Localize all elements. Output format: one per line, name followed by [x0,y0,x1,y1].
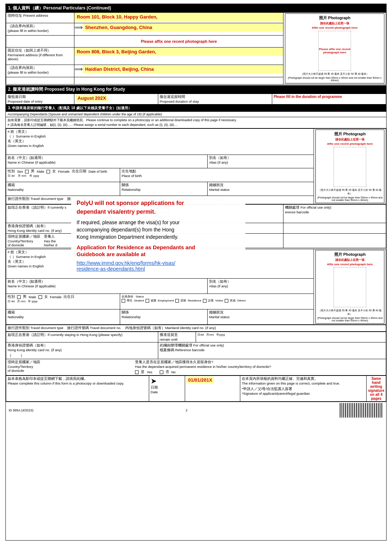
perm-address-line2: Haidian District, Beijing, China [83,65,283,73]
barcode-image [340,403,383,418]
photo-placeholder-2 [334,147,366,187]
dep1-sex-cell: 性別 Sex 男 Male 女 Female 出生日期 Date of birt… [6,168,120,182]
dep1-official-use: 機關處理 For official use only) [285,205,384,210]
perm-address-label-cell: 固定住址（如與上述不同） Permanent address (if diffe… [6,47,74,65]
proposed-duration-instruction-cell: Please fill in the duration of programme [272,94,386,104]
section2-title: 擬來港就讀時間 Proposed Stay in Hong Kong for S… [13,87,125,92]
dep2-travel-doc-cell: 旅行證件類別 Travel document type 旅行證件號碼 Trave… [6,325,386,332]
dep2-female-en: Female [50,295,62,299]
dep2-no-checkbox[interactable] [160,370,163,374]
dep1-nationality-cn: 國籍 [8,183,118,188]
proposed-duration-cn: 擬在港逗留時間 [160,95,270,99]
dep1-official-barcode-cell [283,223,386,234]
overlay-line9: residence-as-dependants.html [77,266,240,272]
dep2-marital-cn: 婚姻狀況 [209,310,312,315]
arrow-1: ⟹ [74,24,83,31]
photo-title-1: 照片 Photograph [287,15,383,21]
proposed-date-en: Proposed date of entry [8,99,73,103]
dep2-permitted-cn: 獲准逗留至 [160,333,195,337]
dep2-employment-checkbox[interactable] [146,299,149,303]
dep2-male-checkbox[interactable] [17,295,21,299]
dep1-mm: 月 mm [18,174,26,177]
dep1-surname-en: （ ）Surname in English [8,134,312,139]
dep1-currently-hk-cn: 如現正在香港（請註明）If currently s [8,205,66,209]
present-address-label-cell: 現時住址 Present address [6,13,74,23]
proposed-date-cn: 擬抵港日期 [8,95,73,99]
dep1-sex-en: Sex [17,169,23,173]
dep2-yes-checkbox[interactable] [135,370,139,374]
dep2-perm-residence-en: Has the dependant acquired permanent res… [135,365,384,369]
dep1-chinese-name-cn: 姓名（中文）(如適用） [8,156,206,160]
proposed-duration-label-cell: 擬在港逗留時間 Proposed duration of stay [158,94,272,104]
dep2-chinese-name-cell: 姓名（中文）(如適用） Name in Chinese (if applicab… [6,278,208,294]
photocopy-cell: 如本表格為影印本或從互聯網下載，請填寫此欄。 Please complete t… [6,376,149,402]
dep1-sex-cn: 性別 [8,169,15,174]
dep1-surname-cn: # 姓（英文） [8,130,312,134]
arrow-3: ➤ [151,377,157,385]
dep1-marital-cell: 婚姻狀況 Marital status [207,182,314,196]
dep2-others-en: Others [237,299,246,302]
date-value-cell: 01/01/201X [185,376,240,402]
dep2-residence-checkbox[interactable] [175,299,179,303]
dep2-male-cn: 男 [23,295,26,299]
dep2-visitor-checkbox[interactable] [203,299,207,303]
please-affix-label: Please affix one recent photograph here [141,39,217,44]
dep2-employment-en: Employment [158,299,174,302]
photo-affix-cell: Please affix one recent photograph here [74,35,283,47]
dep1-erence-barcode: erence barcode [285,210,384,214]
dep1-given-en: Given names in English [8,144,312,148]
dep2-status-row: 在港身份 Status 學生 Student 就業 Employment 居留 … [122,295,312,303]
dep1-pob-en: Place of birth [122,174,312,178]
dep1-male-checkbox[interactable] [25,170,29,173]
dep1-surname-cn-cell: # 姓（英文） （ ）Surname in English 名（英文） Give… [6,129,314,155]
section1-title: 個人資料（續）Personal Particulars (Continued) [13,5,111,11]
section1-number: 1. [8,5,12,11]
dep2-hk-id-en: Hong Kong identity card no. (if any) [8,348,156,352]
spacer-cell [6,77,74,85]
dep2-yes-cn: 是 [141,370,144,374]
photo-size-en-1: (Photograph should not be larger than 55… [287,77,383,82]
photo-size-cn-1: （照片大小殊不超過 55 乘 45 毫米 及不小於 50 乘 40 毫米） [287,72,383,76]
photo-affix-cn-2: 請在此處貼上近照一張 [317,138,383,141]
same-hand-cn: Same hand writing [368,377,384,389]
dep2-official-use-cn: 此欄由辦理機關處理 For official use only) [160,343,384,348]
form-id: ID 995A (4/2015) [9,409,33,412]
dep2-dob-fields: 日 dd 月 mm 年 yyyy [8,299,118,303]
overlay-line8: http://www.immd.gov.hk/eng/forms/hk-visa… [77,260,240,266]
photo-size-en-3: (Photograph should not be larger than 55… [317,317,383,322]
perm-address-en: Permanent address (if different from abo… [8,53,73,61]
dep2-chinese-name-cn: 姓名（中文）(如適用） [8,279,206,284]
dep2-currently-hk-cn: 如現正在香港（請註明）If currently staying in Hong … [8,333,122,337]
dep2-country-cn: 現時定居國家／地區 [8,360,132,365]
dep2-visitor-en: Visitor [215,299,223,302]
photo-size-cn-3: （照片大小殊不超過 55 乘 45 毫米 及不小於 50 乘 40 毫米） [317,309,383,316]
dep2-others-checkbox[interactable] [225,299,228,303]
dep2-sex-cn: 性別 [8,295,15,299]
section3-notes: 如有需要，請影印或從互聯網額外下載本頁繼續填寫。Please continue … [6,117,386,128]
dep2-remain-fields-cell: 日dd 月mm 年yyyy [196,332,386,342]
dep1-official-use-cell: 機關處理 For official use only) erence barco… [283,205,386,223]
photo-affix-en-2: Affix one recent photograph here [317,142,383,145]
dep1-alias-en: Alias (if any) [209,160,312,164]
dep2-country-en: Country/Territory [8,365,132,369]
dep1-female-checkbox[interactable] [46,170,50,173]
dep1-hisher: his/her d [44,243,57,247]
dep1-dob-cn: 出生日期 [72,169,86,174]
dep1-domicile-en: of domicile [8,243,40,247]
dep1-has-the: Has the [44,239,57,243]
section1-header: 1. 個人資料（續）Personal Particulars (Continue… [6,4,386,12]
dep2-visitor-cn: 訪客 [208,299,214,303]
photo-box-3: 照片 Photograph 請在此處貼上近照一張 Affix one recen… [315,250,384,324]
section3-number: 3. [8,106,11,110]
section3-header: 3. 申請來港居留的隨行受養人（配偶及 18 歲以下未婚及受養子女）(如適用） [6,104,386,112]
signature-label: *申請人／父/母/合法監護人簽署 [242,387,365,391]
photo-size-en-2: (Photograph should not be larger than 55… [317,196,383,201]
info-correct-cn: 在本頁內所填報的資料均屬正確、完備和真實。 [242,377,365,381]
dep2-reference-barcode: 檔案條碼 Reference barcode [160,348,384,353]
dep2-perm-residence-cn: 受養人是否在定居國家／地區獲得永久居留身份? [135,360,384,365]
dep2-female-checkbox[interactable] [38,295,42,299]
dep2-relationship-cell: 關係 Relationship [120,309,208,325]
overlay-line2: dependant visa/entry permit. [77,209,240,215]
dep2-student-checkbox[interactable] [122,299,125,303]
section2-header: 2. 擬來港就讀時間 Proposed Stay in Hong Kong fo… [6,85,386,94]
